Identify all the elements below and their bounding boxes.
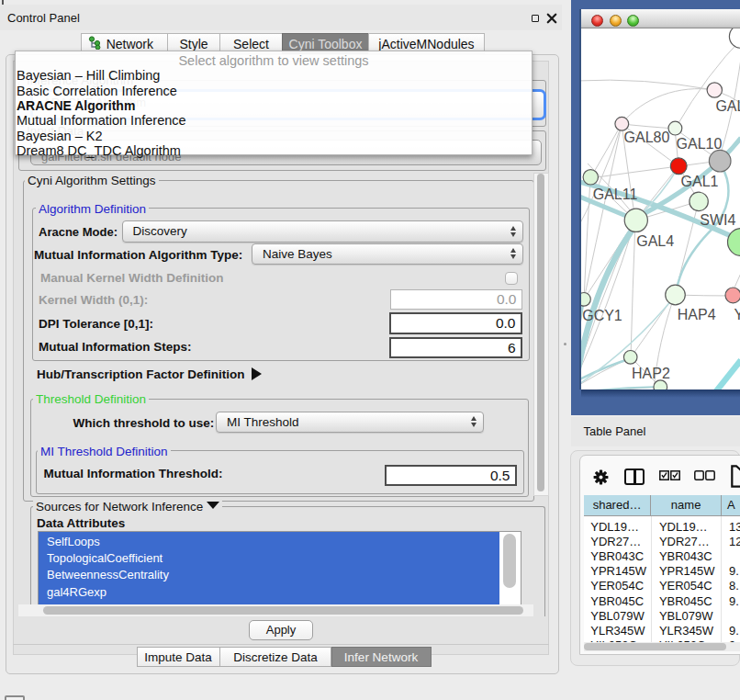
svg-text:GAL1: GAL1 [681, 174, 719, 189]
svg-text:GAL10: GAL10 [677, 136, 723, 152]
svg-text:HAP2: HAP2 [632, 366, 670, 381]
svg-text:GCY1: GCY1 [582, 308, 622, 323]
svg-text:GAL4: GAL4 [636, 233, 674, 249]
svg-text:GAL7: GAL7 [715, 98, 740, 114]
svg-text:Y: Y [734, 307, 740, 322]
svg-text:SWI4: SWI4 [700, 212, 735, 228]
svg-text:GAL11: GAL11 [593, 186, 638, 202]
svg-text:HAP4: HAP4 [678, 307, 716, 322]
svg-text:GAL80: GAL80 [624, 130, 670, 145]
